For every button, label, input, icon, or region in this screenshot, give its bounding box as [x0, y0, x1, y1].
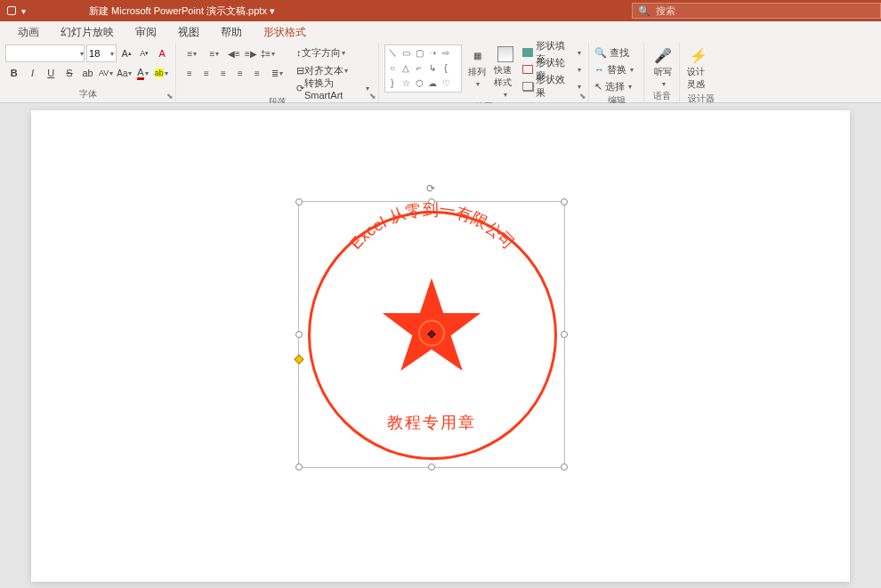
seal-bottom-text: 教程专用章	[299, 412, 564, 433]
shape-arrow2-icon[interactable]: ⇨	[440, 46, 452, 59]
shape-heart-icon[interactable]: ♡	[440, 77, 452, 89]
smartart-button[interactable]: ⟳ 转换为 SmartArt▾	[293, 80, 373, 96]
indent-decrease-button[interactable]: ◀≡	[226, 44, 242, 62]
autosave-icon[interactable]	[7, 6, 16, 15]
shape-line-icon[interactable]: ＼	[386, 46, 399, 59]
tab-review[interactable]: 审阅	[126, 21, 166, 44]
shape-brace2-icon[interactable]: }	[386, 77, 399, 89]
dictate-button[interactable]: 🎤 听写▾	[650, 44, 676, 90]
tab-view[interactable]: 视图	[169, 21, 208, 44]
font-launcher-icon[interactable]: ⬊	[166, 92, 174, 101]
ribbon-toggle-icon[interactable]: ▾	[21, 6, 26, 16]
group-paragraph: ≡▾ ≡▾ ◀≡ ≡▶ ‡≡▾ ≡ ≡ ≡ ≡ ≡ ≣▾ ↕ 文字方向▾ ⊟ 对…	[176, 43, 379, 102]
shape-rect2-icon[interactable]: ▢	[413, 46, 425, 59]
drawing-launcher-icon[interactable]: ⬊	[579, 92, 586, 101]
effects-icon	[522, 82, 533, 91]
shape-l2-icon[interactable]: ↳	[426, 61, 439, 74]
select-button[interactable]: ↖选择▾	[594, 78, 638, 94]
font-size-select[interactable]: 18▾	[86, 44, 117, 62]
align-justify-button[interactable]: ≡	[232, 64, 248, 82]
arrange-icon: ▦	[468, 46, 486, 64]
font-color-button[interactable]: A▾	[134, 64, 152, 82]
tab-animation[interactable]: 动画	[9, 21, 48, 44]
design-ideas-button[interactable]: ⚡ 设计灵感	[685, 44, 712, 93]
slide[interactable]: ⟳ Excel 从零到一有限公司 ✥ 教程专用章	[31, 110, 850, 582]
cursor-icon: ✥	[427, 328, 436, 341]
text-direction-button[interactable]: ↕ 文字方向▾	[293, 44, 373, 60]
group-designer: ⚡ 设计灵感 设计器	[680, 43, 723, 102]
group-voice: 🎤 听写▾ 语音	[644, 43, 680, 102]
numbering-button[interactable]: ≡▾	[204, 44, 225, 62]
outline-icon	[522, 65, 533, 74]
shape-selection[interactable]: ⟳ Excel 从零到一有限公司 ✥ 教程专用章	[298, 201, 565, 468]
select-icon: ↖	[594, 81, 602, 93]
mic-icon: 🎤	[654, 46, 672, 64]
group-edit: 🔍查找 ↔替换▾ ↖选择▾ 编辑	[589, 43, 644, 102]
line-spacing-button[interactable]: ‡≡▾	[260, 44, 276, 62]
font-group-label: 字体	[5, 88, 170, 102]
search-icon: 🔍	[638, 5, 651, 17]
underline-button[interactable]: U	[42, 64, 60, 82]
document-title: 新建 Microsoft PowerPoint 演示文稿.pptx ▾	[71, 4, 614, 18]
voice-group-label: 语音	[650, 90, 674, 104]
font-family-select[interactable]: ▾	[5, 44, 85, 62]
shape-rect-icon[interactable]: ▭	[400, 46, 412, 59]
svg-text:Excel 从零到一有限公司: Excel 从零到一有限公司	[347, 202, 519, 253]
shape-star-icon[interactable]: ☆	[400, 77, 412, 89]
case-button[interactable]: Aa▾	[116, 64, 133, 82]
shape-hex-icon[interactable]: ⬡	[413, 77, 425, 89]
replace-icon: ↔	[594, 64, 604, 75]
shape-effects-button[interactable]: 形状效果▾	[521, 78, 583, 94]
distribute-button[interactable]: ≡	[249, 64, 265, 82]
fill-icon	[522, 48, 533, 57]
shape-l-icon[interactable]: ⌐	[413, 61, 425, 74]
align-center-button[interactable]: ≡	[198, 64, 214, 82]
shape-oval-icon[interactable]: ○	[386, 61, 399, 74]
group-font: ▾ 18▾ A▴ A▾ A B I U S ab AV▾ Aa▾ A▾ ab▾ …	[0, 43, 176, 102]
find-button[interactable]: 🔍查找	[594, 44, 638, 60]
shape-tri-icon[interactable]: △	[400, 61, 412, 74]
clear-format-button[interactable]: A	[154, 44, 170, 62]
align-left-button[interactable]: ≡	[182, 64, 198, 82]
lightning-icon: ⚡	[690, 46, 707, 64]
search-box[interactable]: 🔍 搜索	[632, 3, 881, 19]
rotate-handle-icon[interactable]: ⟳	[426, 182, 437, 193]
shadow-button[interactable]: ab	[79, 64, 97, 82]
find-icon: 🔍	[594, 47, 607, 59]
spacing-button[interactable]: AV▾	[97, 64, 115, 82]
bold-button[interactable]: B	[5, 64, 23, 82]
shape-arrow-icon[interactable]: ➝	[426, 46, 439, 59]
align-right-button[interactable]: ≡	[215, 64, 231, 82]
ribbon-tabs: 动画 幻灯片放映 审阅 视图 帮助 形状格式	[0, 21, 881, 43]
tab-help[interactable]: 帮助	[212, 21, 251, 44]
tab-slideshow[interactable]: 幻灯片放映	[52, 21, 123, 44]
group-drawing: ＼ ▭ ▢ ➝ ⇨ ○ △ ⌐ ↳ { } ☆ ⬡ ☁ ♡ ▦ 排列▾	[379, 43, 589, 102]
tab-shape-format[interactable]: 形状格式	[255, 21, 315, 44]
decrease-font-button[interactable]: A▾	[136, 44, 152, 62]
ribbon: ▾ 18▾ A▴ A▾ A B I U S ab AV▾ Aa▾ A▾ ab▾ …	[0, 43, 881, 103]
shape-cloud-icon[interactable]: ☁	[426, 77, 439, 89]
highlight-button[interactable]: ab▾	[152, 64, 170, 82]
shapes-gallery[interactable]: ＼ ▭ ▢ ➝ ⇨ ○ △ ⌐ ↳ { } ☆ ⬡ ☁ ♡	[384, 44, 462, 93]
search-placeholder: 搜索	[656, 4, 675, 18]
quick-styles-button[interactable]: 快速样式▾	[492, 44, 519, 101]
replace-button[interactable]: ↔替换▾	[594, 61, 638, 77]
shape-brace-icon[interactable]: {	[440, 61, 452, 74]
indent-increase-button[interactable]: ≡▶	[243, 44, 259, 62]
bullets-button[interactable]: ≡▾	[182, 44, 203, 62]
arrange-button[interactable]: ▦ 排列▾	[464, 44, 490, 90]
title-bar: ▾ 新建 Microsoft PowerPoint 演示文稿.pptx ▾ 🔍 …	[0, 0, 881, 21]
slide-canvas-area: ⟳ Excel 从零到一有限公司 ✥ 教程专用章	[0, 103, 881, 588]
increase-font-button[interactable]: A▴	[118, 44, 134, 62]
columns-button[interactable]: ≣▾	[266, 64, 287, 82]
italic-button[interactable]: I	[24, 64, 42, 82]
quick-styles-icon	[497, 46, 513, 62]
strike-button[interactable]: S	[61, 64, 78, 82]
paragraph-launcher-icon[interactable]: ⬊	[369, 92, 376, 101]
